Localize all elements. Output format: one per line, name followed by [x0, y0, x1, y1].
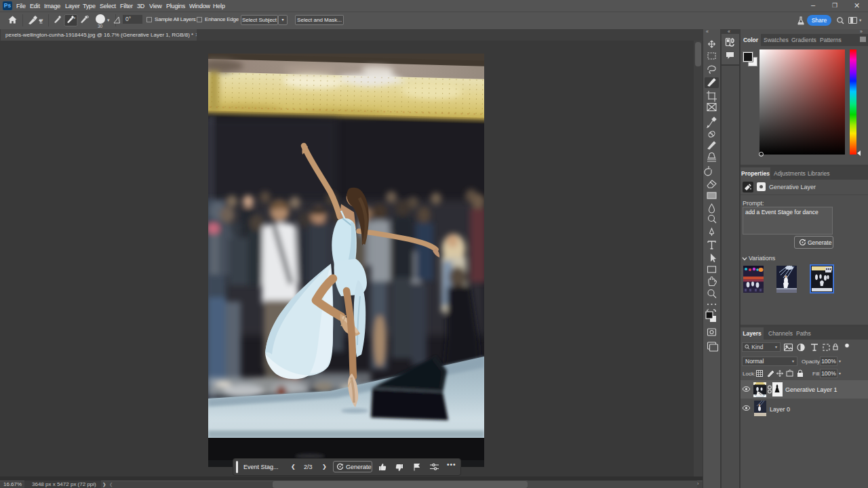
svg-text:+: +	[73, 16, 76, 20]
